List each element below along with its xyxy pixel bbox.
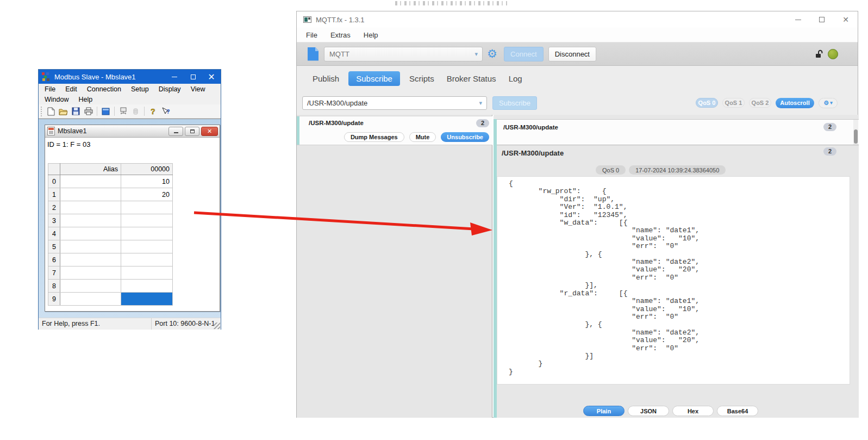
menu-display[interactable]: Display: [159, 85, 181, 93]
svg-text:?: ?: [166, 108, 170, 115]
resize-grip[interactable]: [214, 323, 220, 329]
modbus-titlebar: Modbus Slave - Mbslave1 ✕: [39, 70, 221, 84]
mqtt-titlebar: MQTT.fx - 1.3.1 ✕: [297, 11, 858, 28]
connection-status-indicator: [828, 49, 838, 59]
tab-log[interactable]: Log: [505, 71, 526, 86]
qos-label: QoS 0: [596, 165, 626, 175]
dump-messages-button[interactable]: Dump Messages: [344, 132, 404, 142]
register-table: Alias 00000 010 120 2 3 4 5 6 7 8 9: [48, 163, 173, 306]
table-row: 120: [48, 188, 173, 201]
menu-view[interactable]: View: [191, 85, 205, 93]
modbus-window-title: Modbus Slave - Mbslave1: [54, 73, 136, 81]
document-icon: [47, 127, 55, 135]
status-help-text: For Help, press F1.: [39, 318, 152, 330]
subscribe-controls-row: ▾ Subscribe QoS 0 QoS 1 QoS 2 Autoscroll…: [297, 91, 858, 115]
selected-register-cell[interactable]: [121, 293, 173, 306]
menu-edit[interactable]: Edit: [65, 85, 77, 93]
mqtt-window-title: MQTT.fx - 1.3.1: [316, 16, 365, 24]
chevron-down-icon[interactable]: ▾: [474, 51, 478, 58]
menu-setup[interactable]: Setup: [131, 85, 149, 93]
table-row: 9: [48, 293, 173, 306]
disconnect-button[interactable]: Disconnect: [548, 47, 596, 61]
table-corner-cell: [48, 164, 60, 175]
tab-broker-status[interactable]: Broker Status: [444, 71, 499, 86]
subscribe-options-gear-button[interactable]: ⚙ ▾: [819, 98, 838, 108]
scrollbar-thumb[interactable]: [854, 129, 858, 144]
display-settings-icon[interactable]: [101, 106, 111, 116]
message-list-scrollbar[interactable]: [853, 120, 858, 145]
menu-window[interactable]: Window: [45, 96, 68, 103]
profile-combobox[interactable]: ▾: [324, 47, 483, 61]
qos2-button[interactable]: QoS 2: [749, 98, 771, 108]
format-base64-button[interactable]: Base64: [717, 406, 758, 416]
mdi-client-area: Mbslave1 ✕ ID = 1: F = 03 Alias 00000 01…: [39, 119, 221, 318]
close-button[interactable]: ✕: [202, 70, 221, 84]
message-row[interactable]: /USR-M300/update: [503, 124, 558, 131]
mute-button[interactable]: Mute: [409, 132, 436, 142]
new-document-icon[interactable]: [46, 106, 56, 116]
unlocked-padlock-icon: [815, 49, 824, 59]
table-row: 7: [48, 267, 173, 280]
qos0-button[interactable]: QoS 0: [696, 98, 718, 108]
doc-restore-button[interactable]: [185, 127, 199, 136]
doc-minimize-button[interactable]: [168, 127, 183, 136]
autoscroll-button[interactable]: Autoscroll: [776, 98, 814, 108]
table-row: 2: [48, 201, 173, 214]
document-titlebar: Mbslave1 ✕: [45, 125, 220, 138]
mqtt-tab-row: Publish Subscribe Scripts Broker Status …: [297, 66, 858, 91]
tab-subscribe[interactable]: Subscribe: [348, 71, 400, 86]
maximize-button[interactable]: [810, 12, 834, 27]
menu-help[interactable]: Help: [364, 31, 378, 39]
doc-close-button[interactable]: ✕: [201, 127, 218, 136]
toolbar-grip[interactable]: [41, 107, 42, 116]
connection-settings-gear-icon[interactable]: ⚙: [487, 47, 497, 60]
unsubscribe-button[interactable]: Unsubscribe: [441, 132, 489, 142]
menu-help[interactable]: Help: [78, 96, 92, 103]
poll-definition-icon[interactable]: [118, 106, 128, 116]
table-row: 010: [48, 175, 173, 188]
subscription-topic: /USR-M300/update: [309, 120, 364, 126]
minimize-button[interactable]: [165, 70, 184, 84]
print-icon[interactable]: [83, 106, 93, 116]
topic-combobox[interactable]: ▾: [302, 96, 487, 110]
tab-publish[interactable]: Publish: [309, 71, 342, 86]
profile-input[interactable]: [324, 50, 460, 58]
maximize-button[interactable]: [184, 70, 202, 84]
subscription-accent-stripe: [297, 116, 299, 145]
profile-document-icon[interactable]: [308, 47, 319, 61]
document-title: Mbslave1: [58, 127, 87, 135]
format-json-button[interactable]: JSON: [628, 406, 669, 416]
message-list: /USR-M300/update 2: [497, 119, 859, 145]
tab-scripts[interactable]: Scripts: [406, 71, 438, 86]
mqtt-fx-window: MQTT.fx - 1.3.1 ✕ File Extras Help ▾ ⚙ C…: [296, 11, 858, 418]
save-icon[interactable]: [71, 106, 81, 116]
minimize-button[interactable]: [786, 12, 810, 27]
format-plain-button[interactable]: Plain: [583, 406, 625, 416]
topic-input[interactable]: [303, 99, 466, 107]
communication-traffic-icon[interactable]: [130, 106, 141, 116]
message-count-badge: 2: [823, 123, 836, 131]
close-button[interactable]: ✕: [834, 12, 858, 27]
mbslave1-document-window: Mbslave1 ✕ ID = 1: F = 03 Alias 00000 01…: [45, 125, 220, 312]
context-help-icon[interactable]: ?: [160, 106, 171, 116]
open-file-icon[interactable]: [58, 106, 68, 116]
subscription-item[interactable]: /USR-M300/update 2 Dump Messages Mute Un…: [297, 116, 492, 145]
clipped-screen-artifact: [395, 1, 507, 5]
connect-button[interactable]: Connect: [504, 47, 544, 61]
message-count-badge: 2: [476, 119, 489, 127]
menu-file[interactable]: File: [45, 85, 55, 93]
subscribe-button[interactable]: Subscribe: [492, 96, 537, 110]
payload-viewer: { "rw_prot": { "dir": "up", "Ver": "1.0.…: [497, 176, 850, 385]
modbus-slave-window: Modbus Slave - Mbslave1 ✕ File Edit Conn…: [38, 69, 221, 330]
format-hex-button[interactable]: Hex: [672, 406, 714, 416]
table-row: 8: [48, 280, 173, 293]
messages-pane: /USR-M300/update 2 /USR-M300/update 2 Qo…: [494, 115, 859, 418]
menu-file[interactable]: File: [306, 31, 317, 39]
menu-extras[interactable]: Extras: [330, 31, 351, 39]
qos1-button[interactable]: QoS 1: [722, 98, 745, 108]
menu-connection[interactable]: Connection: [87, 85, 121, 93]
help-icon[interactable]: ?: [148, 106, 158, 116]
chevron-down-icon[interactable]: ▾: [479, 100, 482, 107]
message-detail-topic: /USR-M300/update: [502, 149, 564, 157]
slave-id-function-label: ID = 1: F = 03: [45, 138, 220, 162]
